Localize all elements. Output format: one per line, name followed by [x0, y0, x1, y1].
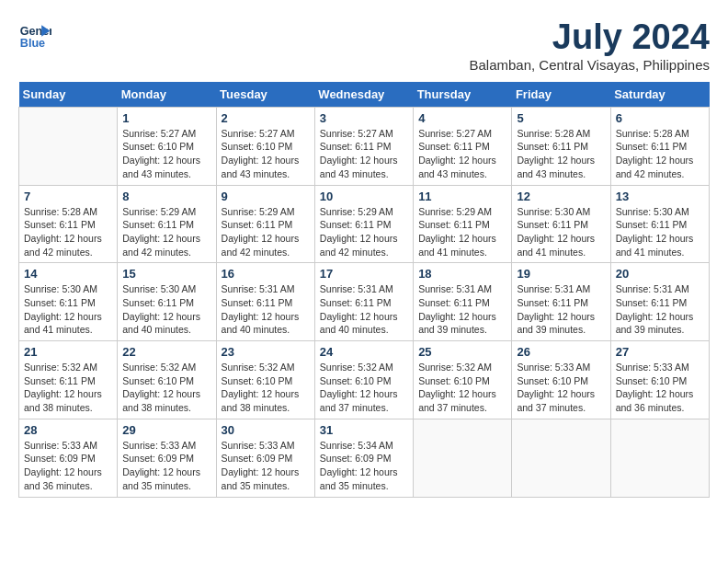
calendar-cell: 19Sunrise: 5:31 AMSunset: 6:11 PMDayligh…: [512, 263, 610, 341]
weekday-header-monday: Monday: [118, 82, 216, 108]
day-number: 21: [24, 345, 112, 359]
day-number: 7: [24, 190, 112, 203]
day-number: 12: [517, 190, 605, 203]
weekday-header-tuesday: Tuesday: [216, 82, 314, 108]
logo: General Blue General Blue: [18, 18, 51, 52]
month-title: July 2024: [469, 18, 710, 57]
week-row-3: 14Sunrise: 5:30 AMSunset: 6:11 PMDayligh…: [19, 263, 710, 341]
day-info: Sunrise: 5:34 AMSunset: 6:09 PMDaylight:…: [320, 439, 408, 493]
day-number: 30: [222, 423, 310, 437]
day-number: 9: [222, 190, 310, 203]
location: Balamban, Central Visayas, Philippines: [469, 57, 710, 73]
calendar-cell: [610, 419, 709, 497]
calendar-cell: 28Sunrise: 5:33 AMSunset: 6:09 PMDayligh…: [19, 419, 118, 497]
day-info: Sunrise: 5:32 AMSunset: 6:10 PMDaylight:…: [122, 361, 210, 415]
calendar-cell: 6Sunrise: 5:28 AMSunset: 6:11 PMDaylight…: [610, 107, 709, 185]
day-info: Sunrise: 5:33 AMSunset: 6:09 PMDaylight:…: [222, 439, 310, 493]
week-row-5: 28Sunrise: 5:33 AMSunset: 6:09 PMDayligh…: [19, 419, 710, 497]
calendar-cell: 15Sunrise: 5:30 AMSunset: 6:11 PMDayligh…: [118, 263, 216, 341]
calendar-cell: 20Sunrise: 5:31 AMSunset: 6:11 PMDayligh…: [610, 263, 709, 341]
day-number: 28: [24, 423, 112, 437]
day-info: Sunrise: 5:27 AMSunset: 6:11 PMDaylight:…: [418, 127, 506, 181]
day-number: 23: [222, 345, 310, 359]
day-number: 15: [122, 267, 210, 281]
day-number: 4: [418, 111, 506, 125]
calendar-cell: 26Sunrise: 5:33 AMSunset: 6:10 PMDayligh…: [512, 341, 610, 419]
weekday-header-wednesday: Wednesday: [314, 82, 413, 108]
day-info: Sunrise: 5:27 AMSunset: 6:10 PMDaylight:…: [222, 127, 310, 181]
title-block: July 2024 Balamban, Central Visayas, Phi…: [469, 18, 710, 73]
day-info: Sunrise: 5:28 AMSunset: 6:11 PMDaylight:…: [517, 127, 605, 181]
day-number: 22: [122, 345, 210, 359]
day-info: Sunrise: 5:30 AMSunset: 6:11 PMDaylight:…: [122, 282, 210, 337]
day-info: Sunrise: 5:27 AMSunset: 6:11 PMDaylight:…: [320, 127, 408, 181]
day-info: Sunrise: 5:32 AMSunset: 6:10 PMDaylight:…: [222, 361, 310, 415]
calendar-cell: 7Sunrise: 5:28 AMSunset: 6:11 PMDaylight…: [19, 185, 118, 263]
day-number: 2: [222, 111, 310, 125]
day-number: 11: [418, 190, 506, 203]
day-info: Sunrise: 5:32 AMSunset: 6:10 PMDaylight:…: [418, 361, 506, 415]
day-info: Sunrise: 5:30 AMSunset: 6:11 PMDaylight:…: [24, 282, 112, 337]
calendar-cell: 9Sunrise: 5:29 AMSunset: 6:11 PMDaylight…: [216, 185, 314, 263]
day-info: Sunrise: 5:32 AMSunset: 6:10 PMDaylight:…: [320, 361, 408, 415]
day-info: Sunrise: 5:31 AMSunset: 6:11 PMDaylight:…: [616, 282, 704, 337]
day-info: Sunrise: 5:29 AMSunset: 6:11 PMDaylight:…: [320, 205, 408, 259]
calendar-cell: 11Sunrise: 5:29 AMSunset: 6:11 PMDayligh…: [414, 185, 512, 263]
calendar-cell: 12Sunrise: 5:30 AMSunset: 6:11 PMDayligh…: [512, 185, 610, 263]
day-number: 31: [320, 423, 408, 437]
calendar-cell: 16Sunrise: 5:31 AMSunset: 6:11 PMDayligh…: [216, 263, 314, 341]
calendar-cell: 2Sunrise: 5:27 AMSunset: 6:10 PMDaylight…: [216, 107, 314, 185]
calendar-table: SundayMondayTuesdayWednesdayThursdayFrid…: [18, 82, 710, 498]
day-info: Sunrise: 5:33 AMSunset: 6:10 PMDaylight:…: [517, 361, 605, 415]
week-row-2: 7Sunrise: 5:28 AMSunset: 6:11 PMDaylight…: [19, 185, 710, 263]
day-info: Sunrise: 5:31 AMSunset: 6:11 PMDaylight:…: [418, 282, 506, 337]
day-number: 27: [616, 345, 704, 359]
day-number: 13: [616, 190, 704, 203]
calendar-cell: 1Sunrise: 5:27 AMSunset: 6:10 PMDaylight…: [118, 107, 216, 185]
day-info: Sunrise: 5:33 AMSunset: 6:10 PMDaylight:…: [616, 361, 704, 415]
day-number: 8: [122, 190, 210, 203]
day-info: Sunrise: 5:29 AMSunset: 6:11 PMDaylight:…: [122, 205, 210, 259]
day-info: Sunrise: 5:33 AMSunset: 6:09 PMDaylight:…: [122, 439, 210, 493]
calendar-cell: 30Sunrise: 5:33 AMSunset: 6:09 PMDayligh…: [216, 419, 314, 497]
day-info: Sunrise: 5:29 AMSunset: 6:11 PMDaylight:…: [418, 205, 506, 259]
day-number: 29: [122, 423, 210, 437]
calendar-cell: [19, 107, 118, 185]
calendar-cell: 4Sunrise: 5:27 AMSunset: 6:11 PMDaylight…: [414, 107, 512, 185]
header-row: SundayMondayTuesdayWednesdayThursdayFrid…: [19, 82, 710, 108]
day-number: 17: [320, 267, 408, 281]
day-number: 20: [616, 267, 704, 281]
day-info: Sunrise: 5:31 AMSunset: 6:11 PMDaylight:…: [517, 282, 605, 337]
calendar-cell: 3Sunrise: 5:27 AMSunset: 6:11 PMDaylight…: [314, 107, 413, 185]
day-info: Sunrise: 5:28 AMSunset: 6:11 PMDaylight:…: [616, 127, 704, 181]
calendar-cell: 23Sunrise: 5:32 AMSunset: 6:10 PMDayligh…: [216, 341, 314, 419]
day-info: Sunrise: 5:30 AMSunset: 6:11 PMDaylight:…: [616, 205, 704, 259]
calendar-cell: 22Sunrise: 5:32 AMSunset: 6:10 PMDayligh…: [118, 341, 216, 419]
page-header: General Blue General Blue July 2024 Bala…: [18, 18, 710, 73]
day-info: Sunrise: 5:30 AMSunset: 6:11 PMDaylight:…: [517, 205, 605, 259]
day-number: 18: [418, 267, 506, 281]
calendar-cell: [512, 419, 610, 497]
day-info: Sunrise: 5:32 AMSunset: 6:11 PMDaylight:…: [24, 361, 112, 415]
calendar-cell: 25Sunrise: 5:32 AMSunset: 6:10 PMDayligh…: [414, 341, 512, 419]
day-info: Sunrise: 5:28 AMSunset: 6:11 PMDaylight:…: [24, 205, 112, 259]
day-number: 16: [222, 267, 310, 281]
day-number: 5: [517, 111, 605, 125]
day-info: Sunrise: 5:29 AMSunset: 6:11 PMDaylight:…: [222, 205, 310, 259]
day-number: 14: [24, 267, 112, 281]
day-info: Sunrise: 5:31 AMSunset: 6:11 PMDaylight:…: [222, 282, 310, 337]
calendar-cell: 14Sunrise: 5:30 AMSunset: 6:11 PMDayligh…: [19, 263, 118, 341]
day-number: 19: [517, 267, 605, 281]
calendar-cell: 18Sunrise: 5:31 AMSunset: 6:11 PMDayligh…: [414, 263, 512, 341]
logo-icon: General Blue: [18, 18, 51, 52]
day-info: Sunrise: 5:33 AMSunset: 6:09 PMDaylight:…: [24, 439, 112, 493]
calendar-cell: [414, 419, 512, 497]
day-info: Sunrise: 5:27 AMSunset: 6:10 PMDaylight:…: [122, 127, 210, 181]
weekday-header-saturday: Saturday: [610, 82, 709, 108]
day-number: 25: [418, 345, 506, 359]
day-number: 3: [320, 111, 408, 125]
day-number: 26: [517, 345, 605, 359]
calendar-cell: 10Sunrise: 5:29 AMSunset: 6:11 PMDayligh…: [314, 185, 413, 263]
calendar-cell: 31Sunrise: 5:34 AMSunset: 6:09 PMDayligh…: [314, 419, 413, 497]
calendar-cell: 17Sunrise: 5:31 AMSunset: 6:11 PMDayligh…: [314, 263, 413, 341]
